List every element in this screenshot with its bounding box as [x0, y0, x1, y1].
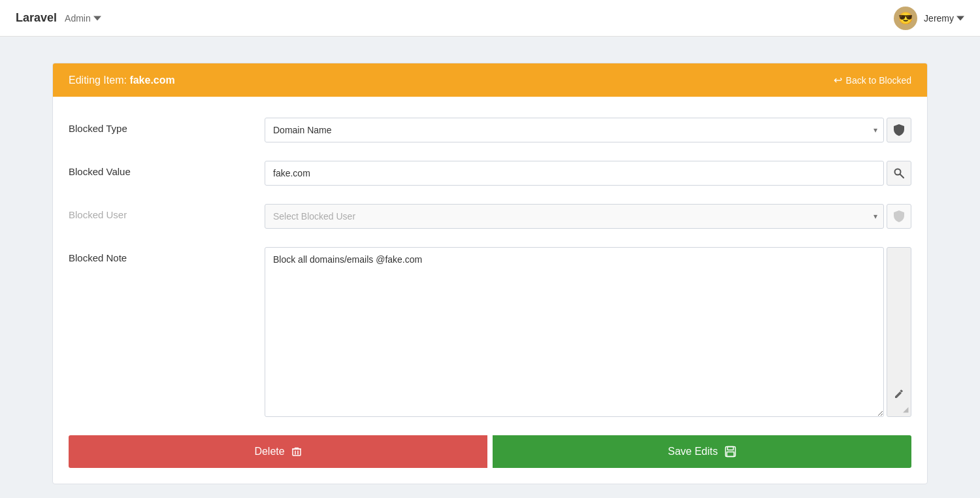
username-label: Jeremy: [924, 13, 954, 24]
admin-menu[interactable]: Admin: [65, 13, 101, 24]
main-content: Editing Item: fake.com ↩ Back to Blocked…: [0, 37, 980, 498]
blocked-user-shield-icon[interactable]: [887, 204, 911, 229]
navbar-left: Laravel Admin: [16, 11, 101, 25]
editing-item-name: fake.com: [129, 75, 174, 86]
back-to-blocked-link[interactable]: ↩ Back to Blocked: [834, 74, 911, 86]
edit-icon: [894, 390, 904, 399]
svg-rect-4: [727, 452, 734, 457]
delete-button[interactable]: Delete: [69, 435, 487, 468]
blocked-user-select[interactable]: Select Blocked User: [265, 204, 884, 229]
textarea-side-panel: ◢: [887, 247, 911, 417]
avatar-emoji: 😎: [898, 11, 913, 25]
svg-rect-1: [293, 449, 301, 456]
blocked-type-label: Blocked Type: [69, 118, 265, 134]
action-buttons-row: Delete Save Edits: [69, 435, 911, 468]
admin-label: Admin: [65, 13, 91, 24]
edit-card: Editing Item: fake.com ↩ Back to Blocked…: [52, 63, 928, 484]
blocked-type-select-wrap: Domain Name Email Address IP Address ▾: [265, 118, 884, 142]
key-icon: [894, 168, 904, 178]
blocked-value-input[interactable]: [265, 161, 884, 186]
blocked-user-control: Select Blocked User ▾: [265, 204, 911, 229]
navbar-right: 😎 Jeremy: [894, 7, 964, 30]
editing-title: Editing Item: fake.com: [69, 75, 175, 86]
blocked-user-row: Blocked User Select Blocked User ▾: [69, 204, 911, 229]
user-menu[interactable]: Jeremy: [924, 13, 964, 24]
chevron-down-icon: [93, 14, 101, 22]
shield-disabled-icon: [894, 210, 904, 222]
chevron-down-icon: [956, 14, 964, 22]
back-to-blocked-label: Back to Blocked: [846, 75, 911, 86]
avatar: 😎: [894, 7, 917, 30]
back-arrow-icon: ↩: [834, 74, 842, 86]
save-button[interactable]: Save Edits: [493, 435, 911, 468]
pencil-icon: [894, 390, 904, 401]
blocked-note-row: Blocked Note Block all domains/emails @f…: [69, 247, 911, 417]
blocked-note-control: Block all domains/emails @fake.com ◢: [265, 247, 911, 417]
blocked-type-control: Domain Name Email Address IP Address ▾: [265, 118, 911, 142]
blocked-value-row: Blocked Value: [69, 161, 911, 186]
blocked-value-control: [265, 161, 911, 186]
save-icon: [725, 446, 736, 457]
navbar-brand: Laravel: [16, 11, 57, 25]
navbar: Laravel Admin 😎 Jeremy: [0, 0, 980, 37]
blocked-user-select-wrap: Select Blocked User ▾: [265, 204, 884, 229]
delete-label: Delete: [254, 446, 284, 457]
svg-rect-3: [727, 447, 733, 450]
save-label: Save Edits: [668, 446, 717, 457]
form-body: Blocked Type Domain Name Email Address I…: [53, 97, 927, 484]
blocked-type-shield-icon[interactable]: [887, 118, 911, 142]
trash-icon: [291, 446, 302, 457]
blocked-user-label: Blocked User: [69, 204, 265, 220]
card-banner: Editing Item: fake.com ↩ Back to Blocked: [53, 63, 927, 97]
editing-prefix: Editing Item:: [69, 75, 127, 86]
resize-icon: ◢: [903, 405, 908, 414]
blocked-value-key-icon[interactable]: [887, 161, 911, 186]
blocked-note-label: Blocked Note: [69, 247, 265, 263]
shield-icon: [894, 124, 904, 136]
blocked-type-select[interactable]: Domain Name Email Address IP Address: [265, 118, 884, 142]
blocked-value-label: Blocked Value: [69, 161, 265, 177]
blocked-type-row: Blocked Type Domain Name Email Address I…: [69, 118, 911, 142]
blocked-note-textarea[interactable]: Block all domains/emails @fake.com: [265, 247, 884, 417]
